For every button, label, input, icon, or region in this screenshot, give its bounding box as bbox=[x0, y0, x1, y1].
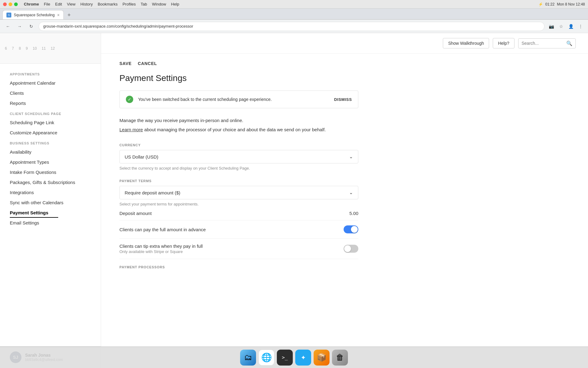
full-amount-toggle[interactable] bbox=[344, 225, 358, 233]
search-box[interactable]: 🔍 bbox=[518, 38, 576, 48]
camera-icon[interactable]: 📷 bbox=[548, 23, 555, 30]
sidebar-item-customize-appearance[interactable]: Customize Appearance bbox=[0, 128, 101, 138]
calendar-strip: 6 7 8 9 10 11 12 bbox=[0, 33, 101, 64]
sidebar: 6 7 8 9 10 11 12 APPOINTMENTS Appointmen… bbox=[0, 33, 101, 368]
mac-titlebar: Chrome File Edit View History Bookmarks … bbox=[0, 0, 588, 9]
fullscreen-window-button[interactable] bbox=[14, 2, 18, 6]
battery-icon: ⚡ bbox=[538, 2, 543, 6]
help-button[interactable]: Help? bbox=[493, 38, 514, 48]
reload-button[interactable]: ↻ bbox=[27, 22, 36, 31]
menu-profiles[interactable]: Profiles bbox=[123, 2, 136, 6]
save-button[interactable]: SAVE bbox=[119, 61, 132, 66]
bookmark-icon[interactable]: ☆ bbox=[557, 23, 565, 30]
menu-tab[interactable]: Tab bbox=[141, 2, 147, 6]
tip-toggle-sublabel: Only available with Stripe or Square bbox=[119, 249, 203, 254]
dock-icon-chrome[interactable]: 🌐 bbox=[258, 350, 274, 366]
chrome-tabbar: S Squarespace Scheduling × + bbox=[0, 9, 588, 20]
main-content: Show Walkthrough Help? 🔍 SAVE CANCEL Pay… bbox=[101, 33, 588, 368]
sidebar-item-reports[interactable]: Reports bbox=[0, 98, 101, 108]
currency-selected-value: US Dollar (USD) bbox=[125, 154, 158, 159]
sidebar-item-appointment-calendar[interactable]: Appointment Calendar bbox=[0, 78, 101, 88]
payment-processors-label: PAYMENT PROCESSORS bbox=[119, 259, 358, 269]
chevron-down-icon: ⌄ bbox=[349, 154, 353, 159]
minimize-window-button[interactable] bbox=[9, 2, 12, 6]
menu-view[interactable]: View bbox=[67, 2, 75, 6]
search-input[interactable] bbox=[522, 41, 564, 46]
app-container: 6 7 8 9 10 11 12 APPOINTMENTS Appointmen… bbox=[0, 33, 588, 368]
mac-status-icons: ⚡ 01:22 Mon 8 Nov 12:48 bbox=[538, 2, 585, 6]
payment-terms-label: PAYMENT TERMS bbox=[119, 179, 358, 183]
dock-icon-finder[interactable]: 🗂 bbox=[240, 350, 256, 366]
mac-menu-bar[interactable]: Chrome File Edit View History Bookmarks … bbox=[24, 2, 179, 6]
dock-icon-apps[interactable]: 📦 bbox=[314, 350, 330, 366]
cancel-button[interactable]: CANCEL bbox=[138, 61, 157, 66]
tip-toggle-label: Clients can tip extra when they pay in f… bbox=[119, 243, 203, 249]
currency-select[interactable]: US Dollar (USD) ⌄ bbox=[119, 150, 358, 163]
browser-tab-squarespace[interactable]: S Squarespace Scheduling × bbox=[2, 10, 64, 19]
page-title: Payment Settings bbox=[119, 73, 358, 83]
payment-settings-content: SAVE CANCEL Payment Settings ✓ You've be… bbox=[101, 54, 377, 285]
dock-icon-terminal[interactable]: >_ bbox=[277, 350, 293, 366]
sidebar-item-appointment-types[interactable]: Appointment Types bbox=[0, 157, 101, 167]
sidebar-item-clients[interactable]: Clients bbox=[0, 88, 101, 98]
sidebar-item-scheduling-page-link[interactable]: Scheduling Page Link bbox=[0, 117, 101, 128]
payment-terms-selected-value: Require deposit amount ($) bbox=[125, 190, 180, 195]
window-controls[interactable] bbox=[3, 2, 18, 6]
dismiss-notice-button[interactable]: DISMISS bbox=[334, 97, 352, 102]
description-line2: Learn more about managing the processor … bbox=[119, 126, 358, 133]
payment-terms-select[interactable]: Require deposit amount ($) ⌄ bbox=[119, 186, 358, 199]
full-amount-toggle-label: Clients can pay the full amount in advan… bbox=[119, 227, 206, 232]
browser-toolbar-icons: 📷 ☆ 👤 ⋮ bbox=[548, 23, 584, 30]
calendar-numbers: 6 7 8 9 10 11 12 bbox=[5, 46, 55, 51]
menu-window[interactable]: Window bbox=[152, 2, 166, 6]
sidebar-item-packages[interactable]: Packages, Gifts & Subscriptions bbox=[0, 177, 101, 187]
deposit-amount-value: 5.00 bbox=[349, 211, 358, 216]
url-text: grouse-mandarin-sxnl.squarespace.com/con… bbox=[43, 24, 193, 29]
nav-section-appointments: APPOINTMENTS bbox=[0, 69, 101, 78]
menu-bookmarks[interactable]: Bookmarks bbox=[98, 2, 118, 6]
nav-section-business-settings: BUSINESS SETTINGS bbox=[0, 138, 101, 147]
toggle-knob bbox=[351, 226, 358, 233]
description-line1: Manage the way you receive payments in-p… bbox=[119, 117, 358, 124]
back-button[interactable]: ← bbox=[4, 22, 12, 31]
profile-icon[interactable]: 👤 bbox=[567, 23, 575, 30]
deposit-amount-label: Deposit amount bbox=[119, 211, 152, 216]
sidebar-item-sync-calendars[interactable]: Sync with other Calendars bbox=[0, 197, 101, 208]
chevron-down-icon: ⌄ bbox=[349, 190, 353, 195]
payment-terms-section: PAYMENT TERMS Require deposit amount ($)… bbox=[119, 179, 358, 269]
menu-file[interactable]: File bbox=[44, 2, 50, 6]
menu-edit[interactable]: Edit bbox=[55, 2, 62, 6]
sidebar-navigation: APPOINTMENTS Appointment Calendar Client… bbox=[0, 64, 101, 346]
sidebar-item-intake-form-questions[interactable]: Intake Form Questions bbox=[0, 167, 101, 177]
mac-dock: 🗂 🌐 >_ ✦ 📦 🗑 bbox=[0, 347, 588, 368]
notice-banner: ✓ You've been switched back to the curre… bbox=[119, 90, 358, 108]
new-tab-button[interactable]: + bbox=[65, 11, 74, 19]
sidebar-item-email-settings[interactable]: Email Settings bbox=[0, 218, 101, 228]
dock-icon-trash[interactable]: 🗑 bbox=[332, 350, 348, 366]
nav-section-client-scheduling: CLIENT SCHEDULING PAGE bbox=[0, 108, 101, 117]
sidebar-item-integrations[interactable]: Integrations bbox=[0, 187, 101, 197]
search-icon: 🔍 bbox=[566, 40, 572, 46]
tab-close-button[interactable]: × bbox=[57, 13, 59, 17]
sidebar-item-payment-settings[interactable]: Payment Settings bbox=[10, 208, 58, 218]
url-bar[interactable]: grouse-mandarin-sxnl.squarespace.com/con… bbox=[39, 22, 545, 31]
close-window-button[interactable] bbox=[3, 2, 7, 6]
menu-chrome[interactable]: Chrome bbox=[24, 2, 39, 6]
notice-success-icon: ✓ bbox=[126, 96, 133, 103]
tip-toggle[interactable] bbox=[344, 245, 358, 253]
menu-help[interactable]: Help bbox=[171, 2, 179, 6]
show-walkthrough-button[interactable]: Show Walkthrough bbox=[443, 38, 489, 48]
forward-button[interactable]: → bbox=[15, 22, 24, 31]
browser-address-bar: ← → ↻ grouse-mandarin-sxnl.squarespace.c… bbox=[0, 20, 588, 33]
deposit-amount-row: Deposit amount 5.00 bbox=[119, 206, 358, 220]
sidebar-item-availability[interactable]: Availability bbox=[0, 147, 101, 157]
learn-more-link[interactable]: Learn more bbox=[119, 127, 143, 132]
battery-time: 01:22 bbox=[545, 2, 555, 6]
save-cancel-bar: SAVE CANCEL bbox=[119, 61, 358, 66]
menu-history[interactable]: History bbox=[80, 2, 92, 6]
more-icon[interactable]: ⋮ bbox=[577, 23, 584, 30]
notice-message: You've been switched back to the current… bbox=[138, 97, 329, 102]
dock-icon-vscode[interactable]: ✦ bbox=[295, 350, 311, 366]
payment-terms-hint: Select your payment terms for appointmen… bbox=[119, 202, 358, 206]
clock: Mon 8 Nov 12:48 bbox=[557, 2, 585, 6]
